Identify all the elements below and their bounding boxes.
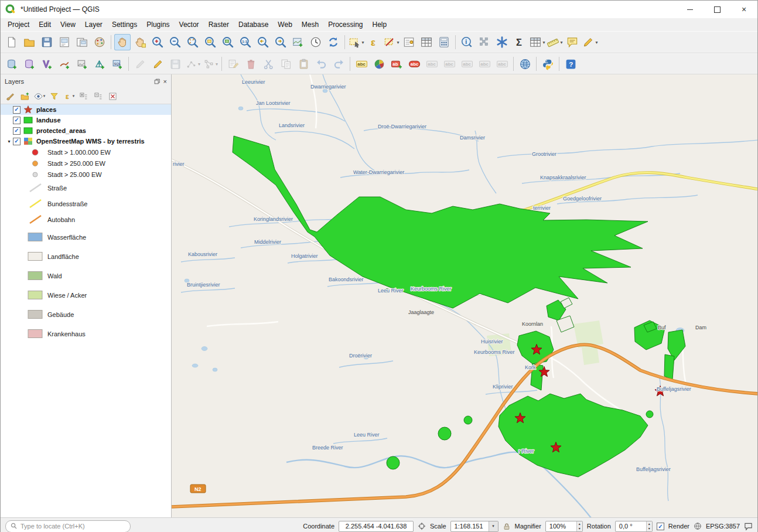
legend-item[interactable]: Bundesstraße bbox=[1, 196, 171, 212]
new-project-button[interactable] bbox=[4, 34, 20, 50]
layer-expander-icon[interactable]: ▾ bbox=[5, 139, 13, 144]
legend-item[interactable]: Krankenhaus bbox=[1, 324, 171, 343]
menu-edit[interactable]: Edit bbox=[34, 19, 56, 30]
new-shapefile-layer-button[interactable] bbox=[39, 56, 55, 72]
map-tips-button[interactable] bbox=[564, 34, 581, 50]
pan-map-button[interactable] bbox=[114, 34, 131, 50]
help-button[interactable]: ? bbox=[562, 56, 579, 72]
menu-project[interactable]: Project bbox=[3, 19, 34, 30]
rotation-spinbox[interactable]: 0,0 ° ▴▾ bbox=[615, 521, 653, 532]
close-button[interactable]: × bbox=[730, 1, 757, 18]
chevron-down-icon[interactable]: ▾ bbox=[560, 40, 562, 45]
annotations-button[interactable]: ▾ bbox=[582, 34, 598, 50]
chevron-down-icon[interactable]: ▾ bbox=[361, 40, 364, 45]
layer-item-openstreetmap-wms-by-terrestris[interactable]: ▾✓OpenStreetMap WMS - by terrestris bbox=[1, 136, 171, 146]
legend-item[interactable]: Wasserfläche bbox=[1, 227, 171, 247]
messages-icon[interactable] bbox=[744, 522, 753, 531]
legend-item[interactable]: Autobahn bbox=[1, 212, 171, 227]
python-console-button[interactable] bbox=[540, 56, 556, 72]
new-mesh-layer-button[interactable] bbox=[91, 56, 108, 72]
menu-vector[interactable]: Vector bbox=[175, 19, 204, 30]
layout-manager-button[interactable] bbox=[74, 34, 90, 50]
manage-map-themes-button[interactable]: ▾ bbox=[32, 90, 46, 103]
chevron-down-icon[interactable]: ▾ bbox=[489, 521, 498, 531]
statistics-summary-button[interactable]: Σ bbox=[511, 34, 528, 50]
new-virtual-layer-button[interactable]: SQL bbox=[109, 56, 125, 72]
chevron-down-icon[interactable]: ▾ bbox=[595, 40, 597, 45]
locate-search-input[interactable]: Type to locate (Ctrl+K) bbox=[5, 520, 131, 532]
layer-label[interactable]: protected_areas bbox=[36, 127, 86, 134]
highlight-labels-button[interactable]: abc bbox=[406, 56, 422, 72]
zoom-to-selection-button[interactable] bbox=[202, 34, 218, 50]
epsg-label[interactable]: EPSG:3857 bbox=[706, 523, 740, 530]
legend-item[interactable]: Straße bbox=[1, 180, 171, 196]
layer-label[interactable]: OpenStreetMap WMS - by terrestris bbox=[36, 138, 145, 145]
layer-item-places[interactable]: ✓places bbox=[1, 104, 171, 115]
layer-item-landuse[interactable]: ✓landuse bbox=[1, 115, 171, 125]
add-spatialite-layer-button[interactable] bbox=[21, 56, 37, 72]
zoom-full-button[interactable] bbox=[185, 34, 201, 50]
layer-label[interactable]: places bbox=[36, 106, 56, 113]
collapse-all-button[interactable] bbox=[91, 90, 105, 103]
actions-button[interactable] bbox=[476, 34, 493, 50]
chevron-down-icon[interactable]: ▾ bbox=[198, 62, 200, 67]
open-project-button[interactable] bbox=[21, 34, 37, 50]
toggle-editing-button[interactable] bbox=[149, 56, 166, 72]
layer-label[interactable]: landuse bbox=[36, 117, 61, 124]
open-layer-styling-button[interactable] bbox=[3, 90, 17, 103]
expand-all-button[interactable] bbox=[76, 90, 90, 103]
zoom-next-button[interactable] bbox=[272, 34, 289, 50]
magnifier-spinbox[interactable]: 100% ▴▾ bbox=[545, 521, 583, 532]
select-by-expression-button[interactable]: ε bbox=[366, 34, 382, 50]
menu-raster[interactable]: Raster bbox=[204, 19, 234, 30]
layer-visibility-checkbox[interactable]: ✓ bbox=[13, 106, 21, 114]
menu-view[interactable]: View bbox=[56, 19, 80, 30]
chevron-down-icon[interactable]: ▾ bbox=[397, 40, 399, 45]
menu-processing[interactable]: Processing bbox=[323, 19, 367, 30]
render-checkbox[interactable]: ✓ bbox=[657, 523, 664, 530]
legend-item[interactable]: Stadt > 250.000 EW bbox=[1, 158, 171, 169]
filter-by-expression-button[interactable]: ε▾ bbox=[62, 90, 76, 103]
measure-button[interactable]: ▾ bbox=[547, 34, 563, 50]
add-geopackage-layer-button[interactable] bbox=[4, 56, 20, 72]
layer-labeling-options-button[interactable]: abc bbox=[353, 56, 370, 72]
legend-item[interactable]: Gebäude bbox=[1, 305, 171, 324]
menu-plugins[interactable]: Plugins bbox=[142, 19, 174, 30]
pan-to-selection-button[interactable] bbox=[132, 34, 148, 50]
legend-item[interactable]: Wiese / Acker bbox=[1, 285, 171, 305]
layer-diagram-options-button[interactable] bbox=[371, 56, 387, 72]
chevron-down-icon[interactable]: ▾ bbox=[216, 62, 218, 67]
open-attribute-table-button[interactable] bbox=[418, 34, 435, 50]
crs-globe-icon[interactable] bbox=[694, 522, 702, 530]
processing-toolbox-button[interactable] bbox=[494, 34, 510, 50]
legend-item[interactable]: Wald bbox=[1, 266, 171, 285]
spinner-arrows[interactable]: ▴▾ bbox=[576, 521, 582, 531]
remove-layer-button[interactable] bbox=[105, 90, 119, 103]
zoom-out-button[interactable] bbox=[167, 34, 183, 50]
deselect-features-button[interactable]: ▾ bbox=[383, 34, 400, 50]
field-calculator-button[interactable] bbox=[436, 34, 452, 50]
chevron-down-icon[interactable]: ▾ bbox=[542, 40, 545, 45]
zoom-last-button[interactable] bbox=[255, 34, 271, 50]
menu-database[interactable]: Database bbox=[234, 19, 273, 30]
layer-visibility-checkbox[interactable]: ✓ bbox=[13, 117, 21, 124]
menu-settings[interactable]: Settings bbox=[107, 19, 142, 30]
legend-item[interactable]: Stadt > 1.000.000 EW bbox=[1, 146, 171, 158]
refresh-map-button[interactable] bbox=[325, 34, 342, 50]
save-project-button[interactable] bbox=[39, 34, 55, 50]
zoom-native-resolution-button[interactable]: 1:1 bbox=[237, 34, 254, 50]
zoom-to-layer-button[interactable] bbox=[220, 34, 236, 50]
coordinate-input[interactable]: 2.255.454 -4.041.638 bbox=[339, 521, 414, 532]
maximize-button[interactable] bbox=[704, 1, 730, 18]
new-temporary-scratch-layer-button[interactable] bbox=[74, 56, 90, 72]
chevron-down-icon[interactable]: ▾ bbox=[43, 94, 46, 98]
menu-layer[interactable]: Layer bbox=[80, 19, 107, 30]
layer-visibility-checkbox[interactable]: ✓ bbox=[13, 127, 21, 135]
menu-web[interactable]: Web bbox=[273, 19, 296, 30]
labeling-single-button[interactable]: ab bbox=[388, 56, 405, 72]
chevron-down-icon[interactable]: ▾ bbox=[73, 94, 75, 98]
add-group-button[interactable] bbox=[18, 90, 32, 103]
attribute-tables-button[interactable]: ▾ bbox=[529, 34, 545, 50]
panel-close-icon[interactable]: × bbox=[163, 78, 167, 85]
new-print-layout-button[interactable] bbox=[56, 34, 73, 50]
